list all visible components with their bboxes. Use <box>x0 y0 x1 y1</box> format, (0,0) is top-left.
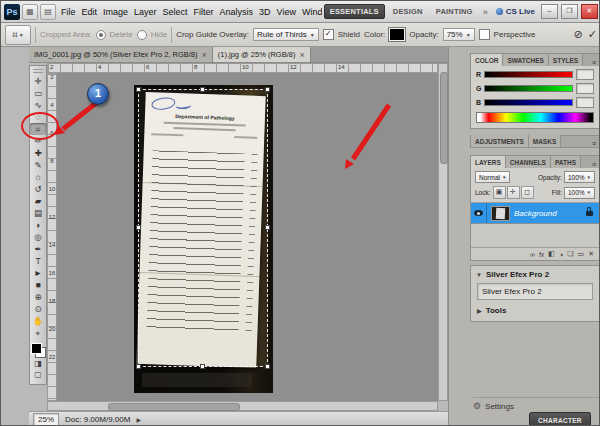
layer-effects-icon[interactable]: fx <box>539 251 544 258</box>
cs-live-button[interactable]: CS Live <box>493 7 538 16</box>
crop-handle[interactable] <box>265 87 270 92</box>
close-tab-icon[interactable]: × <box>299 50 304 60</box>
menu-item[interactable]: File <box>58 1 79 23</box>
lock-position-icon[interactable]: ✛ <box>507 186 520 199</box>
shield-checkbox[interactable]: ✓ <box>323 29 334 40</box>
fill-select[interactable]: 100% ▼ <box>564 187 595 199</box>
green-value-field[interactable] <box>576 83 594 94</box>
canvas-pasteboard[interactable]: Department of Pathology <box>57 73 438 401</box>
scrollbar-thumb[interactable] <box>108 403 240 411</box>
layer-mask-icon[interactable]: ◧ <box>548 250 555 258</box>
blue-value-field[interactable] <box>576 97 594 108</box>
menu-item[interactable]: Edit <box>79 1 101 23</box>
crop-handle[interactable] <box>136 364 141 369</box>
color-spectrum-ramp[interactable] <box>476 112 594 123</box>
cancel-crop-icon[interactable]: ⊘ <box>574 28 583 41</box>
menu-item[interactable]: 3D <box>256 1 274 23</box>
layer-thumbnail[interactable] <box>491 206 510 221</box>
scrollbar-thumb[interactable] <box>440 72 448 164</box>
layers-opacity-select[interactable]: 100% ▼ <box>564 171 595 183</box>
tab-adjustments[interactable]: ADJUSTMENTS <box>471 135 529 147</box>
hand-tool[interactable]: ✋ <box>30 315 46 327</box>
lock-all-icon[interactable]: ◻ <box>521 186 534 199</box>
lock-transparent-pixels-icon[interactable]: ▣ <box>493 186 506 199</box>
launch-bridge-icon[interactable]: ▦ <box>22 4 38 20</box>
path-selection-tool[interactable]: ► <box>30 267 46 279</box>
delete-radio[interactable] <box>96 30 106 40</box>
blue-slider[interactable] <box>484 99 573 106</box>
horizontal-scrollbar[interactable] <box>47 401 438 411</box>
rectangular-marquee-tool[interactable]: ▭ <box>30 87 46 99</box>
tab-paths[interactable]: PATHS <box>551 156 581 168</box>
panel-menu-icon[interactable]: ≡ <box>589 59 599 66</box>
tab-masks[interactable]: MASKS <box>529 135 561 147</box>
silver-efex-header[interactable]: ▼ Silver Efex Pro 2 <box>471 266 599 281</box>
document-tab-img0001[interactable]: IMG_0001.jpg @ 50% (Silver Efex Pro 2, R… <box>29 47 213 62</box>
layer-name[interactable]: Background <box>514 209 586 218</box>
red-slider[interactable] <box>484 71 573 78</box>
crop-handle[interactable] <box>200 364 205 369</box>
workspace-overflow-icon[interactable]: » <box>481 7 490 17</box>
green-slider[interactable] <box>484 85 573 92</box>
blend-mode-select[interactable]: Normal ▼ <box>475 171 510 183</box>
spot-healing-brush-tool[interactable]: ✚ <box>30 147 46 159</box>
crop-handle[interactable] <box>136 225 141 230</box>
rectangle-tool[interactable]: ■ <box>30 279 46 291</box>
crop-handle[interactable] <box>265 225 270 230</box>
workspace-painting[interactable]: PAINTING <box>431 5 478 18</box>
menu-item[interactable]: Select <box>160 1 191 23</box>
perspective-checkbox[interactable] <box>479 29 490 40</box>
crop-handle[interactable] <box>136 87 141 92</box>
close-button[interactable]: ✕ <box>581 4 598 19</box>
eraser-tool[interactable]: ▰ <box>30 195 46 207</box>
tab-styles[interactable]: STYLES <box>549 54 583 66</box>
3d-camera-rotate-tool[interactable]: ⊙ <box>30 303 46 315</box>
menu-item[interactable]: Analysis <box>217 1 257 23</box>
status-expand-icon[interactable]: ▶ <box>136 416 141 423</box>
zoom-level-field[interactable]: 25% <box>33 413 59 426</box>
vertical-scrollbar[interactable] <box>438 63 448 401</box>
panel-menu-icon[interactable]: ≡ <box>589 161 599 168</box>
crop-guide-overlay-select[interactable]: Rule of Thirds ▼ <box>253 28 319 41</box>
settings-row[interactable]: ⚙ Settings <box>473 397 599 411</box>
panel-menu-icon[interactable]: ≡ <box>589 140 599 147</box>
view-extras-icon[interactable]: ▤ <box>40 4 56 20</box>
toolbar-grip[interactable] <box>33 69 43 73</box>
close-tab-icon[interactable]: × <box>202 50 207 60</box>
document-tab-1jpg[interactable]: (1).jpg @ 25% (RGB/8) × <box>213 47 311 62</box>
crop-tool-preset-button[interactable]: ⌗ ▼ <box>5 25 31 45</box>
menu-item[interactable]: Window <box>299 1 322 23</box>
gradient-tool[interactable]: ▤ <box>30 207 46 219</box>
layer-group-icon[interactable]: ❏ <box>567 250 573 258</box>
shield-color-swatch[interactable] <box>389 28 405 41</box>
zoom-tool[interactable]: ⌖ <box>30 327 46 339</box>
move-tool[interactable]: ✛ <box>30 75 46 87</box>
menu-item[interactable]: Layer <box>131 1 160 23</box>
menu-item[interactable]: Filter <box>191 1 217 23</box>
hide-radio[interactable] <box>137 30 147 40</box>
layer-visibility-cell[interactable] <box>471 203 487 223</box>
quick-mask-button[interactable]: ◨ <box>30 358 46 369</box>
shield-opacity-select[interactable]: 75% ▼ <box>443 28 475 41</box>
tab-character[interactable]: CHARACTER <box>529 412 591 426</box>
crop-handle[interactable] <box>265 364 270 369</box>
background-layer-row[interactable]: Background <box>471 203 599 224</box>
commit-crop-icon[interactable]: ✓ <box>588 28 597 41</box>
pen-tool[interactable]: ✒ <box>30 243 46 255</box>
clone-stamp-tool[interactable]: ⌂ <box>30 171 46 183</box>
screen-mode-button[interactable]: ▢ <box>30 369 46 380</box>
blur-tool[interactable]: ◗ <box>30 219 46 231</box>
new-layer-icon[interactable]: ▭ <box>578 250 585 258</box>
3d-object-rotate-tool[interactable]: ⊕ <box>30 291 46 303</box>
foreground-background-swatches[interactable] <box>30 342 46 358</box>
tab-color[interactable]: COLOR <box>471 54 503 66</box>
red-value-field[interactable] <box>576 69 594 80</box>
delete-layer-icon[interactable]: ✕ <box>588 250 594 258</box>
document-image[interactable]: Department of Pathology <box>134 85 273 393</box>
workspace-design[interactable]: DESIGN <box>388 5 428 18</box>
silver-efex-tools-row[interactable]: ▶ Tools <box>471 302 599 315</box>
restore-button[interactable]: ❐ <box>561 4 578 19</box>
minimize-button[interactable]: – <box>541 4 558 19</box>
menu-item[interactable]: Image <box>100 1 131 23</box>
crop-selection[interactable] <box>138 89 268 367</box>
